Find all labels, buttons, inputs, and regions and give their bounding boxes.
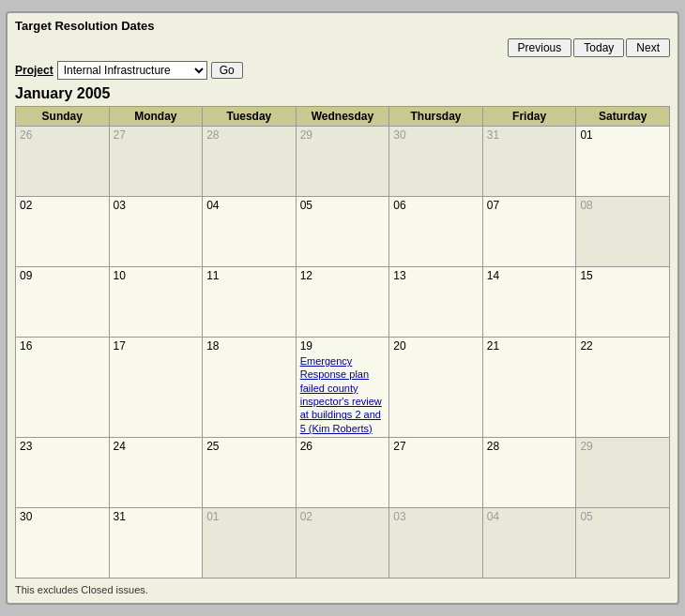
month-title: January 2005: [15, 85, 670, 102]
event-text[interactable]: Emergency Response plan failed county in…: [300, 355, 382, 433]
previous-button[interactable]: Previous: [508, 38, 572, 57]
calendar-header-row: Sunday Monday Tuesday Wednesday Thursday…: [16, 107, 670, 127]
next-button[interactable]: Next: [626, 38, 670, 57]
day-number: 28: [487, 440, 572, 453]
header-sunday: Sunday: [16, 107, 110, 127]
day-number: 08: [580, 199, 665, 212]
day-number: 26: [300, 440, 386, 453]
go-button[interactable]: Go: [211, 62, 243, 79]
day-number: 27: [114, 128, 199, 142]
day-number: 01: [206, 510, 292, 523]
day-number: 22: [580, 339, 665, 353]
day-number: 03: [393, 510, 479, 523]
day-number: 11: [206, 269, 292, 282]
calendar-day[interactable]: 28: [203, 127, 297, 197]
calendar-day[interactable]: 02: [16, 197, 110, 267]
calendar-day[interactable]: 03: [389, 507, 483, 578]
day-number: 12: [300, 269, 386, 282]
calendar-day[interactable]: 26: [296, 437, 389, 507]
calendar-day[interactable]: 02: [296, 507, 389, 578]
calendar-table: Sunday Monday Tuesday Wednesday Thursday…: [15, 106, 670, 578]
calendar-week-row: 23242526272829: [16, 437, 670, 507]
calendar-day[interactable]: 29: [576, 437, 670, 507]
calendar-day[interactable]: 09: [16, 267, 110, 338]
calendar-day[interactable]: 28: [482, 437, 576, 507]
calendar-day[interactable]: 01: [576, 127, 670, 197]
day-number: 31: [487, 128, 572, 142]
day-number: 29: [580, 440, 665, 453]
day-number: 16: [20, 339, 105, 353]
calendar-day[interactable]: 04: [482, 507, 576, 578]
calendar-day[interactable]: 24: [109, 437, 203, 507]
day-number: 27: [393, 440, 479, 453]
day-number: 18: [206, 339, 292, 353]
calendar-day[interactable]: 11: [203, 267, 297, 338]
calendar-day[interactable]: 16: [16, 338, 110, 438]
header-saturday: Saturday: [576, 107, 670, 127]
day-number: 21: [487, 339, 572, 353]
day-number: 04: [206, 199, 292, 212]
day-number: 01: [580, 128, 665, 142]
day-number: 20: [393, 339, 479, 353]
today-button[interactable]: Today: [573, 38, 624, 57]
calendar-day[interactable]: 23: [16, 437, 110, 507]
calendar-day[interactable]: 15: [576, 267, 670, 338]
calendar-day[interactable]: 20: [389, 338, 483, 438]
calendar-day[interactable]: 10: [109, 267, 203, 338]
day-number: 04: [487, 510, 572, 523]
day-number: 15: [580, 269, 665, 282]
calendar-day[interactable]: 19Emergency Response plan failed county …: [296, 338, 389, 438]
calendar-week-row: 30310102030405: [16, 507, 670, 578]
calendar-day[interactable]: 25: [203, 437, 297, 507]
calendar-day[interactable]: 07: [482, 197, 576, 267]
calendar-day[interactable]: 14: [482, 267, 576, 338]
day-number: 19: [300, 339, 386, 353]
calendar-day[interactable]: 22: [576, 338, 670, 438]
calendar-day[interactable]: 04: [203, 197, 297, 267]
project-select[interactable]: Internal Infrastructure: [57, 61, 207, 80]
header-thursday: Thursday: [389, 107, 483, 127]
calendar-day[interactable]: 31: [482, 127, 576, 197]
calendar-week-row: 02030405060708: [16, 197, 670, 267]
day-number: 26: [20, 128, 105, 142]
calendar-day[interactable]: 06: [389, 197, 483, 267]
header-tuesday: Tuesday: [203, 107, 297, 127]
calendar-day[interactable]: 08: [576, 197, 670, 267]
day-number: 05: [580, 510, 665, 523]
day-number: 23: [20, 440, 105, 453]
day-number: 13: [393, 269, 479, 282]
calendar-day[interactable]: 05: [296, 197, 389, 267]
day-number: 30: [20, 510, 105, 523]
calendar-day[interactable]: 29: [296, 127, 389, 197]
calendar-week-row: 26272829303101: [16, 127, 670, 197]
calendar-day[interactable]: 17: [109, 338, 203, 438]
calendar-day[interactable]: 30: [389, 127, 483, 197]
calendar-day[interactable]: 31: [109, 507, 203, 578]
header-wednesday: Wednesday: [296, 107, 389, 127]
event-link[interactable]: Emergency Response plan failed county in…: [300, 355, 382, 433]
header-monday: Monday: [109, 107, 203, 127]
footer-note: This excludes Closed issues.: [15, 584, 670, 595]
calendar-day[interactable]: 26: [16, 127, 110, 197]
header-friday: Friday: [482, 107, 576, 127]
calendar-day[interactable]: 27: [389, 437, 483, 507]
day-number: 05: [300, 199, 386, 212]
calendar-day[interactable]: 27: [109, 127, 203, 197]
day-number: 09: [20, 269, 105, 282]
calendar-day[interactable]: 21: [482, 338, 576, 438]
day-number: 02: [20, 199, 105, 212]
calendar-day[interactable]: 13: [389, 267, 483, 338]
day-number: 28: [206, 128, 292, 142]
day-number: 17: [114, 339, 199, 353]
calendar-day[interactable]: 30: [16, 507, 110, 578]
day-number: 24: [114, 440, 199, 453]
calendar-day[interactable]: 03: [109, 197, 203, 267]
day-number: 31: [114, 510, 199, 523]
calendar-week-row: 16171819Emergency Response plan failed c…: [16, 338, 670, 438]
calendar-week-row: 09101112131415: [16, 267, 670, 338]
calendar-day[interactable]: 18: [203, 338, 297, 438]
calendar-day[interactable]: 12: [296, 267, 389, 338]
day-number: 03: [114, 199, 199, 212]
calendar-day[interactable]: 01: [203, 507, 297, 578]
calendar-day[interactable]: 05: [576, 507, 670, 578]
